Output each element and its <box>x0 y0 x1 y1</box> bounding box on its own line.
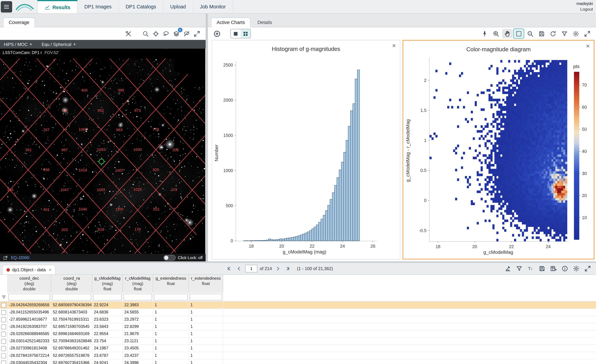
chevron-down-icon: ▾ <box>30 42 32 46</box>
external-link-icon[interactable] <box>3 255 8 260</box>
mosaic-tile-number: 716 <box>61 108 68 113</box>
page-number-input[interactable] <box>245 265 258 272</box>
save-icon[interactable] <box>537 264 547 273</box>
menu-button[interactable] <box>1 1 12 13</box>
close-icon[interactable]: × <box>49 267 52 272</box>
row-checkbox-cell <box>0 359 7 364</box>
svg-text:50: 50 <box>582 127 587 132</box>
coord-system-dropdown[interactable]: Equ / Spherical ▾ <box>42 42 75 47</box>
table-splitter[interactable] <box>0 261 596 263</box>
column-header-coord_ra[interactable]: coord_ra(deg)double <box>51 275 92 293</box>
table-row[interactable]: -27.8599621401667752.7504761991531123.63… <box>0 316 596 323</box>
tab-coverage[interactable]: Coverage <box>3 17 35 27</box>
row-checkbox[interactable] <box>1 303 6 308</box>
sky-image[interactable]: 4003987169526737671006963779351987106210… <box>0 49 205 254</box>
logout-button[interactable]: Logout <box>576 7 593 12</box>
row-checkbox[interactable] <box>1 331 6 336</box>
tab-dp1-catalogs[interactable]: DP1 Catalogs <box>119 0 164 13</box>
expand-icon[interactable] <box>583 264 593 273</box>
row-checkbox[interactable] <box>1 339 6 344</box>
click-lock-toggle[interactable] <box>164 255 176 260</box>
tab-dp1-images[interactable]: DP1 Images <box>77 0 119 13</box>
panel-splitter[interactable] <box>206 14 208 261</box>
table-row[interactable]: -28.04115265503549652.680814367340324.68… <box>0 309 596 316</box>
prev-page-icon[interactable] <box>235 265 243 272</box>
histogram-chart-card[interactable]: Histogram of g-magnitudes ✕ 182022242605… <box>212 40 400 259</box>
table-row[interactable]: -28.04264265926865852.68056979043639422.… <box>0 302 596 309</box>
tab-active-charts[interactable]: Active Charts <box>211 17 251 27</box>
column-header-g_extendedness[interactable]: g_extendednessfloat <box>153 275 189 293</box>
zoom-1x-icon[interactable]: 1x <box>525 29 535 38</box>
save-icon[interactable] <box>536 29 547 38</box>
column-header-g_cModelMag[interactable]: g_cModelMag(mag)float <box>92 275 123 293</box>
add-chart-icon[interactable] <box>212 29 222 38</box>
column-unit: (mag) <box>123 281 153 286</box>
row-checkbox[interactable] <box>1 353 6 358</box>
expand-icon[interactable] <box>582 29 592 38</box>
table-tab[interactable]: dp1.Object - data × <box>2 265 56 274</box>
filter-icon[interactable] <box>514 264 524 273</box>
column-filter-input-coord_dec[interactable] <box>8 294 50 301</box>
layers-icon[interactable]: 5 <box>171 29 181 38</box>
svg-text:g_cModelMag: g_cModelMag <box>483 249 513 255</box>
close-icon[interactable]: ✕ <box>392 43 396 49</box>
table-row[interactable]: -28.02926608894658552.6996168469316922.9… <box>0 331 596 338</box>
tab-results[interactable]: Results <box>37 0 77 13</box>
column-unit: (mag) <box>92 281 122 286</box>
tab-job-monitor[interactable]: Job Monitor <box>193 0 233 13</box>
table-row[interactable]: -28.0419226308370752.6957159070354523.58… <box>0 323 596 331</box>
filter-icon[interactable] <box>559 29 569 38</box>
single-view-icon[interactable] <box>231 29 241 38</box>
table-row[interactable]: -28.0304453543230452.6976073541536624.92… <box>0 359 596 364</box>
column-header-r_extendedness[interactable]: r_extendednessfloat <box>189 275 223 293</box>
settings-icon[interactable] <box>570 29 581 38</box>
refresh-icon[interactable] <box>548 29 558 38</box>
pin-icon[interactable] <box>479 29 490 38</box>
cell: 1 <box>153 323 189 330</box>
zoom-in-icon[interactable] <box>491 29 501 38</box>
zoom-select-icon[interactable] <box>140 29 150 38</box>
last-page-icon[interactable] <box>284 265 292 272</box>
info-icon[interactable] <box>560 264 570 273</box>
lasso-select-icon[interactable] <box>161 29 171 38</box>
column-filter-input-r_extendedness[interactable] <box>190 294 222 301</box>
cell: 1 <box>189 323 223 330</box>
tab-details[interactable]: Details <box>252 17 277 27</box>
center-target-icon[interactable] <box>150 29 161 38</box>
expand-icon[interactable] <box>192 29 202 38</box>
column-filter-input-g_cModelMag[interactable] <box>93 294 122 301</box>
table-row[interactable]: -28.02784197567221452.6972655751987623.6… <box>0 352 596 359</box>
column-filter-input-g_extendedness[interactable] <box>154 294 188 301</box>
grid-view-icon[interactable] <box>241 29 251 38</box>
row-checkbox[interactable] <box>1 317 6 322</box>
pan-icon[interactable] <box>502 29 512 38</box>
row-checkbox[interactable] <box>1 310 6 315</box>
row-checkbox[interactable] <box>1 346 6 351</box>
filter-icon[interactable] <box>0 293 7 301</box>
row-checkbox-cell <box>0 302 7 308</box>
table-row[interactable]: -28.03014252148233352.70094363162884623.… <box>0 338 596 345</box>
marquee-select-icon[interactable] <box>514 29 524 38</box>
pin-chart-icon[interactable] <box>503 264 513 273</box>
column-filter-input-r_cModelMag[interactable] <box>123 294 152 301</box>
tab-upload[interactable]: Upload <box>164 0 193 13</box>
first-page-icon[interactable] <box>225 265 233 272</box>
settings-icon[interactable] <box>571 264 581 273</box>
column-type: double <box>51 286 92 291</box>
column-filter-input-coord_ra[interactable] <box>52 294 91 301</box>
row-checkbox[interactable] <box>1 324 6 329</box>
column-header-r_cModelMag[interactable]: r_cModelMag(mag)float <box>123 275 153 293</box>
next-page-icon[interactable] <box>274 265 282 272</box>
svg-text:g_cModelMag (mag): g_cModelMag (mag) <box>283 249 326 255</box>
close-icon[interactable]: ✕ <box>586 43 590 49</box>
cmd-chart-card[interactable]: Color-magnitude diagram ✕ 18202224-0.500… <box>402 40 595 259</box>
hips-moc-dropdown[interactable]: HiPS / MOC ▾ <box>4 42 32 47</box>
tools-icon[interactable] <box>123 29 133 38</box>
row-checkbox[interactable] <box>1 360 6 364</box>
text-format-icon[interactable]: Tt <box>526 264 536 273</box>
column-header-coord_dec[interactable]: coord_dec(deg)double <box>7 275 51 293</box>
lasso-off-icon[interactable] <box>181 29 192 38</box>
add-column-icon[interactable] <box>549 264 559 273</box>
table-row[interactable]: -28.0273396181340852.6978664920146224.19… <box>0 345 596 352</box>
cell: -27.85996214016677 <box>7 316 51 323</box>
